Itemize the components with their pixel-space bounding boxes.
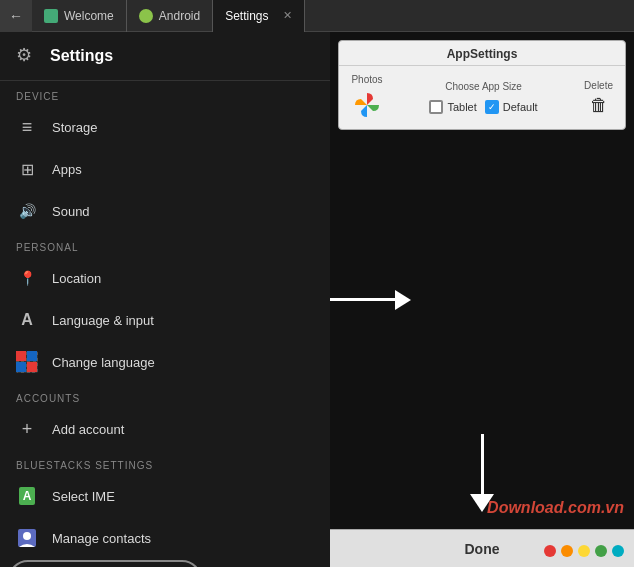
svg-rect-2 bbox=[16, 362, 26, 372]
tab-welcome-label: Welcome bbox=[64, 9, 114, 23]
dot-orange bbox=[561, 545, 573, 557]
default-label: Default bbox=[503, 101, 538, 113]
tablet-option[interactable]: Tablet bbox=[429, 100, 476, 114]
android-icon bbox=[139, 9, 153, 23]
apps-icon bbox=[16, 158, 38, 180]
gear-icon: ⚙ bbox=[16, 44, 40, 68]
menu-item-language-input[interactable]: Language & input bbox=[0, 299, 330, 341]
location-icon bbox=[16, 267, 38, 289]
menu-select-ime-label: Select IME bbox=[52, 489, 115, 504]
menu-item-sound[interactable]: Sound bbox=[0, 190, 330, 232]
settings-title: Settings bbox=[50, 47, 113, 65]
watermark-text: Down bbox=[487, 499, 531, 516]
right-panel: AppSettings Photos bbox=[330, 32, 634, 567]
svg-point-5 bbox=[23, 532, 31, 540]
menu-item-apps[interactable]: Apps bbox=[0, 148, 330, 190]
menu-sound-label: Sound bbox=[52, 204, 90, 219]
change-language-icon bbox=[16, 351, 38, 373]
default-option[interactable]: ✓ Default bbox=[485, 100, 538, 114]
size-options: Tablet ✓ Default bbox=[429, 100, 537, 114]
settings-header: ⚙ Settings bbox=[0, 32, 330, 81]
svg-rect-0 bbox=[16, 351, 26, 361]
menu-item-change-language[interactable]: Change language bbox=[0, 341, 330, 383]
add-account-icon bbox=[16, 418, 38, 440]
dot-green bbox=[595, 545, 607, 557]
default-checkbox[interactable]: ✓ bbox=[485, 100, 499, 114]
select-ime-icon: A bbox=[16, 485, 38, 507]
storage-icon bbox=[16, 116, 38, 138]
dot-teal bbox=[612, 545, 624, 557]
language-icon bbox=[16, 309, 38, 331]
menu-apps-label: Apps bbox=[52, 162, 82, 177]
popup-content: Photos Choose App Size bbox=[339, 66, 625, 129]
popup-title: AppSettings bbox=[339, 41, 625, 66]
tab-android-label: Android bbox=[159, 9, 200, 23]
menu-item-location[interactable]: Location bbox=[0, 257, 330, 299]
photos-section: Photos bbox=[351, 74, 383, 121]
menu-storage-label: Storage bbox=[52, 120, 98, 135]
tab-settings[interactable]: Settings ✕ bbox=[213, 0, 304, 32]
choose-size-section: Choose App Size Tablet ✓ Default bbox=[399, 81, 568, 114]
photos-icon bbox=[351, 89, 383, 121]
section-personal-label: PERSONAL bbox=[0, 232, 330, 257]
dot-yellow bbox=[578, 545, 590, 557]
color-dots bbox=[544, 545, 624, 557]
svg-rect-3 bbox=[27, 362, 37, 372]
section-bluestacks-label: BLUESTACKS SETTINGS bbox=[0, 450, 330, 475]
watermark-domain: .com.vn bbox=[564, 499, 624, 516]
dot-red bbox=[544, 545, 556, 557]
settings-sidebar: ⚙ Settings DEVICE Storage Apps Sound PER… bbox=[0, 32, 330, 567]
tab-bar: ← Welcome Android Settings ✕ bbox=[0, 0, 634, 32]
tablet-checkbox[interactable] bbox=[429, 100, 443, 114]
tab-welcome[interactable]: Welcome bbox=[32, 0, 127, 32]
svg-rect-1 bbox=[27, 351, 37, 361]
menu-location-label: Location bbox=[52, 271, 101, 286]
manage-contacts-icon bbox=[16, 527, 38, 549]
menu-item-select-ime[interactable]: A Select IME bbox=[0, 475, 330, 517]
tablet-label: Tablet bbox=[447, 101, 476, 113]
delete-icon[interactable]: 🗑 bbox=[590, 95, 608, 116]
menu-item-storage[interactable]: Storage bbox=[0, 106, 330, 148]
watermark-suffix: load bbox=[531, 499, 564, 516]
delete-section: Delete 🗑 bbox=[584, 80, 613, 116]
menu-item-add-account[interactable]: Add account bbox=[0, 408, 330, 450]
app-settings-popup: AppSettings Photos bbox=[338, 40, 626, 130]
arrow-line-vertical bbox=[481, 434, 484, 494]
tab-settings-label: Settings bbox=[225, 9, 268, 23]
main-area: ⚙ Settings DEVICE Storage Apps Sound PER… bbox=[0, 32, 634, 567]
tab-android[interactable]: Android bbox=[127, 0, 213, 32]
menu-item-manage-contacts[interactable]: Manage contacts bbox=[0, 517, 330, 559]
photos-label: Photos bbox=[351, 74, 382, 85]
arrow-line-horizontal bbox=[330, 298, 395, 301]
menu-item-manage-applications[interactable]: Manage applications bbox=[0, 559, 330, 567]
sound-icon bbox=[16, 200, 38, 222]
section-device-label: DEVICE bbox=[0, 81, 330, 106]
choose-size-label: Choose App Size bbox=[445, 81, 522, 92]
back-button[interactable]: ← bbox=[0, 0, 32, 32]
watermark: Download.com.vn bbox=[487, 499, 624, 517]
tab-close-icon[interactable]: ✕ bbox=[283, 9, 292, 22]
welcome-icon bbox=[44, 9, 58, 23]
done-button[interactable]: Done bbox=[425, 535, 540, 563]
menu-manage-contacts-label: Manage contacts bbox=[52, 531, 151, 546]
menu-change-language-label: Change language bbox=[52, 355, 155, 370]
menu-add-account-label: Add account bbox=[52, 422, 124, 437]
delete-label: Delete bbox=[584, 80, 613, 91]
arrow-head-right bbox=[395, 290, 411, 310]
section-accounts-label: ACCOUNTS bbox=[0, 383, 330, 408]
horizontal-arrow bbox=[330, 290, 411, 310]
menu-language-input-label: Language & input bbox=[52, 313, 154, 328]
